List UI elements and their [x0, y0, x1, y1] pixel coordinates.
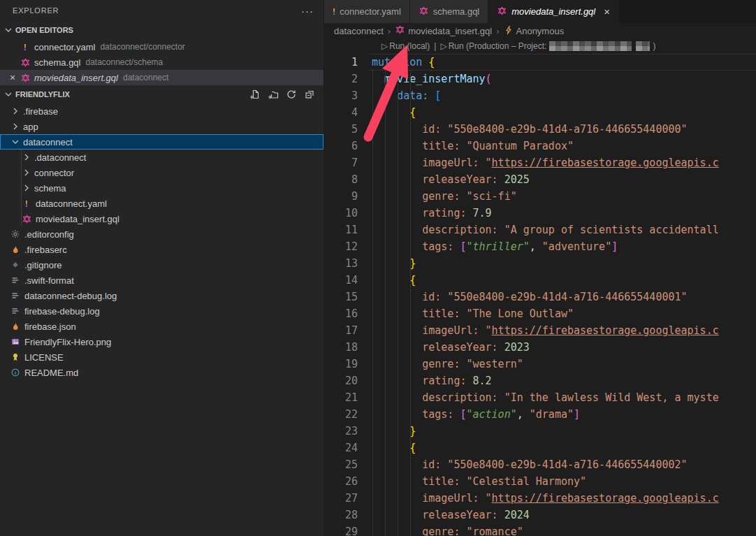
line-number[interactable]: 18 [324, 339, 363, 356]
tree-item--firebase[interactable]: .firebase [0, 103, 324, 119]
code-line[interactable]: tags: ["thriller", "adventure"] [372, 238, 756, 255]
line-number[interactable]: 12 [324, 238, 363, 255]
line-number[interactable]: 26 [324, 473, 363, 490]
tab-schema-gql[interactable]: schema.gql [410, 0, 488, 23]
code-line[interactable]: genre: "western" [372, 356, 756, 372]
run-local-button[interactable]: ▷ Run (local) [381, 41, 430, 51]
code-editor[interactable]: 1234567891011121314151617181920212223242… [324, 54, 756, 536]
tree-item-dataconnect-debug-log[interactable]: dataconnect-debug.log [0, 288, 324, 303]
code-line[interactable]: id: "550e8400-e29b-41d4-a716-44665544000… [372, 289, 756, 305]
line-number[interactable]: 6 [324, 138, 363, 154]
open-editors-section-header[interactable]: OPEN EDITORS [0, 21, 324, 39]
tree-item--editorconfig[interactable]: .editorconfig [0, 226, 324, 242]
line-number[interactable]: 23 [324, 423, 363, 440]
line-number[interactable]: 17 [324, 322, 363, 339]
line-number[interactable]: 28 [324, 507, 363, 523]
refresh-icon[interactable] [286, 89, 297, 100]
code-line[interactable]: } [372, 255, 756, 272]
tree-item-firebase-json[interactable]: firebase.json [0, 319, 324, 334]
tree-item-readme-md[interactable]: README.md [0, 365, 324, 380]
line-number[interactable]: 3 [324, 87, 363, 104]
code-line[interactable]: description: "A group of scientists acci… [372, 222, 756, 238]
code-line[interactable]: genre: "sci-fi" [372, 188, 756, 205]
new-folder-icon[interactable] [268, 89, 279, 100]
line-number[interactable]: 25 [324, 456, 363, 473]
open-editor-item[interactable]: !connector.yamldataconnect/connector [0, 39, 324, 55]
line-number[interactable]: 1 [324, 54, 363, 71]
breadcrumb-item[interactable]: Anonymous [504, 25, 565, 37]
run-production-button[interactable]: ▷ Run (Production – Project: ) [440, 41, 655, 51]
code-line[interactable]: releaseYear: 2023 [372, 339, 756, 356]
code-line[interactable]: id: "550e8400-e29b-41d4-a716-44665544000… [372, 121, 756, 138]
tree-item--firebaserc[interactable]: .firebaserc [0, 242, 324, 257]
breadcrumb-item[interactable]: dataconnect [334, 26, 384, 36]
tree-item-app[interactable]: app [0, 119, 324, 134]
code-line[interactable]: { [372, 440, 756, 456]
code-line[interactable]: rating: 8.2 [372, 372, 756, 389]
code-line[interactable]: { [372, 104, 756, 121]
more-actions-icon[interactable]: ··· [301, 5, 314, 17]
code-line[interactable]: data: [ [372, 87, 756, 104]
code-line[interactable]: title: "Celestial Harmony" [372, 473, 756, 490]
file-name: .editorconfig [24, 229, 74, 240]
line-number[interactable]: 22 [324, 406, 363, 423]
line-number[interactable]: 29 [324, 523, 363, 536]
code-line[interactable]: imageUrl: "https://firebasestorage.googl… [372, 490, 756, 507]
tree-item-license[interactable]: LICENSE [0, 349, 324, 365]
redacted-project-id [636, 41, 650, 51]
line-number[interactable]: 8 [324, 171, 363, 188]
line-number[interactable]: 24 [324, 440, 363, 456]
code-line[interactable]: imageUrl: "https://firebasestorage.googl… [372, 322, 756, 339]
code-line[interactable]: genre: "romance" [372, 523, 756, 536]
tree-item-dataconnect[interactable]: dataconnect [0, 134, 324, 150]
line-number[interactable]: 20 [324, 372, 363, 389]
code-line[interactable]: mutation { [372, 54, 756, 71]
code-line[interactable]: releaseYear: 2025 [372, 171, 756, 188]
tab-connector-yaml[interactable]: !connector.yaml [324, 0, 410, 23]
code-line[interactable]: rating: 7.9 [372, 205, 756, 222]
line-number[interactable]: 15 [324, 289, 363, 305]
code-line[interactable]: tags: ["action", "drama"] [372, 406, 756, 423]
tree-item-connector[interactable]: connector [0, 165, 324, 180]
line-number[interactable]: 21 [324, 389, 363, 406]
line-number[interactable]: 19 [324, 356, 363, 372]
code-line[interactable]: title: "The Lone Outlaw" [372, 305, 756, 322]
tree-item-firebase-debug-log[interactable]: firebase-debug.log [0, 303, 324, 319]
breadcrumb-item[interactable]: moviedata_insert.gql [395, 24, 492, 37]
collapse-all-icon[interactable] [304, 89, 315, 100]
code-line[interactable]: movie_insertMany( [372, 71, 756, 87]
code-line[interactable]: { [372, 272, 756, 289]
code-line[interactable]: } [372, 423, 756, 440]
line-number[interactable]: 11 [324, 222, 363, 238]
new-file-icon[interactable] [249, 89, 261, 100]
code-line[interactable]: description: "In the lawless Wild West, … [372, 389, 756, 406]
line-number[interactable]: 10 [324, 205, 363, 222]
code-line[interactable]: title: "Quantum Paradox" [372, 138, 756, 154]
line-number[interactable]: 16 [324, 305, 363, 322]
line-number[interactable]: 14 [324, 272, 363, 289]
line-number[interactable]: 27 [324, 490, 363, 507]
code-line[interactable]: imageUrl: "https://firebasestorage.googl… [372, 154, 756, 171]
code-line[interactable]: releaseYear: 2024 [372, 507, 756, 523]
open-editor-item[interactable]: ×moviedata_insert.gqldataconnect [0, 70, 324, 85]
close-icon[interactable]: × [604, 6, 610, 17]
tree-item-dataconnect-yaml[interactable]: !dataconnect.yaml [0, 196, 324, 211]
close-icon[interactable]: × [6, 72, 20, 83]
tab-moviedata-insert-gql[interactable]: moviedata_insert.gql× [488, 0, 619, 23]
tree-item--gitignore[interactable]: .gitignore [0, 257, 324, 273]
tree-item-moviedata-insert-gql[interactable]: moviedata_insert.gql [0, 211, 324, 226]
project-section-header[interactable]: FRIENDLYFLIX [0, 85, 324, 103]
line-number[interactable]: 5 [324, 121, 363, 138]
line-number[interactable]: 7 [324, 154, 363, 171]
tree-item--dataconnect[interactable]: .dataconnect [0, 150, 324, 165]
tree-item-friendlyflix-hero-png[interactable]: FriendlyFlix-Hero.png [0, 334, 324, 349]
tree-item-schema[interactable]: schema [0, 180, 324, 196]
line-number[interactable]: 4 [324, 104, 363, 121]
line-number[interactable]: 13 [324, 255, 363, 272]
file-name: LICENSE [24, 352, 64, 363]
code-line[interactable]: id: "550e8400-e29b-41d4-a716-44665544000… [372, 456, 756, 473]
line-number[interactable]: 2 [324, 71, 363, 87]
line-number[interactable]: 9 [324, 188, 363, 205]
tree-item--swift-format[interactable]: .swift-format [0, 273, 324, 288]
open-editor-item[interactable]: schema.gqldataconnect/schema [0, 55, 324, 70]
